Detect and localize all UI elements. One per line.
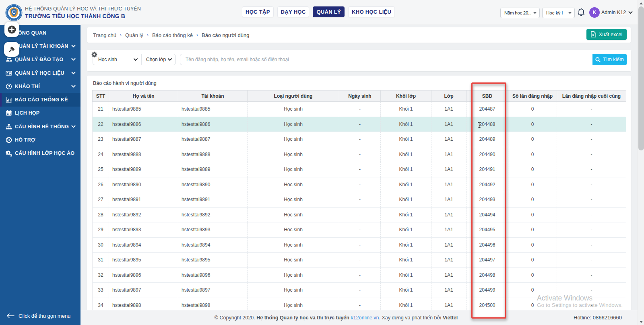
table-row-29[interactable]: 29hstesttai9893hstesttai9893Học sinh-Khố… (93, 222, 626, 238)
cell-0-3: Học sinh (248, 102, 339, 117)
search-icon (595, 57, 601, 62)
breadcrumb-item-1[interactable]: Quản lý (125, 32, 143, 38)
scrollbar-thumb[interactable] (638, 6, 644, 150)
cell-11-5: Khối 1 (381, 267, 431, 283)
cell-0-4: - (339, 102, 381, 117)
cell-0-7: 204487 (466, 102, 508, 117)
brand: HỆ THỐNG QUẢN LÝ HỌC VÀ THI TRỰC TUYẾN T… (5, 4, 141, 21)
sidebar-item-label: LỊCH HỌP (15, 110, 39, 116)
table-row-33[interactable]: 33hstesttai9897hstesttai9897Học sinh-Khố… (93, 283, 626, 298)
nav-tab-3[interactable]: KHO HỌC LIỆU (348, 6, 395, 17)
semester-select[interactable]: Học kỳ I (542, 8, 575, 18)
chevron-down-icon (71, 45, 76, 48)
calendar-icon (5, 110, 12, 117)
floating-add-button[interactable] (4, 22, 19, 37)
table-row-24[interactable]: 24hstesttai9888hstesttai9888Học sinh-Khố… (93, 147, 626, 162)
search-input[interactable] (180, 54, 592, 65)
cell-5-4: - (339, 177, 381, 192)
scrollbar-down-arrow[interactable] (638, 319, 644, 325)
cell-6-5: Khối 1 (381, 192, 431, 208)
cell-10-5: Khối 1 (381, 253, 431, 268)
cell-7-3: Học sinh (248, 207, 339, 222)
cell-12-4: - (339, 283, 381, 298)
scrollbar-up-arrow[interactable] (638, 0, 644, 6)
column-header-1: Họ và tên (109, 91, 178, 102)
table-row-31[interactable]: 31hstesttai9895hstesttai9895Học sinh-Khố… (93, 253, 626, 268)
cell-1-4: - (339, 117, 381, 132)
cell-5-3: Học sinh (248, 177, 339, 192)
breadcrumb-current: Báo cáo người dùng (202, 32, 249, 38)
search-button[interactable]: Tìm kiếm (592, 54, 627, 65)
cell-5-7: 204492 (466, 177, 508, 192)
cell-7-2: hstesttai9892 (178, 207, 248, 222)
breadcrumb-item-2[interactable]: Báo cáo thống kê (152, 32, 193, 38)
cell-4-2: hstesttai9889 (178, 162, 248, 177)
breadcrumb-item-0[interactable]: Trang chủ (93, 32, 116, 38)
sidebar-item-9[interactable]: CẤU HÌNH LỚP HỌC ẢO (0, 147, 80, 160)
table-row-26[interactable]: 26hstesttai9890hstesttai9890Học sinh-Khố… (93, 177, 626, 192)
k12online-link[interactable]: k12online.vn. (351, 315, 380, 321)
filter-card: Học sinh Chọn lớp Tìm kiếm (87, 50, 631, 71)
cell-4-1: hstesttai9889 (109, 162, 178, 177)
cell-12-7: 204499 (466, 283, 508, 298)
sidebar-item-label: HỖ TRỢ (15, 137, 35, 143)
floating-brush-button[interactable] (4, 42, 19, 57)
cell-11-9: - (557, 267, 626, 283)
notification-bell-icon[interactable] (577, 8, 585, 17)
nav-tab-2[interactable]: QUẢN LÝ (313, 6, 345, 17)
column-header-5: Khối lớp (381, 91, 431, 102)
cell-3-0: 24 (93, 147, 109, 162)
arrow-left-icon (6, 313, 14, 318)
report-title: Báo cáo hành vi người dùng (93, 80, 157, 86)
user-type-select[interactable]: Học sinh (93, 54, 142, 65)
school-year-select[interactable]: Năm học 20... (500, 8, 540, 18)
nav-tab-0[interactable]: HỌC TẬP (242, 6, 274, 17)
table-row-25[interactable]: 25hstesttai9889hstesttai9889Học sinh-Khố… (93, 162, 626, 177)
copyright-prefix: © Copyright 2020. (215, 315, 256, 321)
gear-icon[interactable] (91, 51, 97, 58)
copyright-middle: Xây dựng và phát triển bởi (380, 315, 443, 321)
cell-6-8: 0 (508, 192, 557, 208)
user-avatar[interactable]: K (589, 7, 600, 18)
user-name[interactable]: Admin K12 (601, 10, 626, 15)
cell-3-9: - (557, 147, 626, 162)
cell-8-8: 0 (508, 222, 557, 238)
column-header-3: Loại người dùng (248, 91, 339, 102)
class-select[interactable]: Chọn lớp (142, 54, 175, 65)
sidebar-item-8[interactable]: HỖ TRỢ (0, 133, 80, 146)
cell-7-0: 28 (93, 207, 109, 222)
footer: © Copyright 2020. Hệ thống Quản lý học v… (80, 310, 638, 325)
sidebar-item-7[interactable]: CẤU HÌNH HỆ THỐNG (0, 120, 80, 133)
collapse-menu-button[interactable]: Click để thu gọn menu (0, 310, 80, 322)
cell-12-1: hstesttai9897 (109, 283, 178, 298)
chevron-down-icon (71, 125, 76, 128)
chevron-down-icon (71, 58, 76, 61)
export-excel-button[interactable]: Xuất excel (586, 29, 627, 40)
vertical-scrollbar[interactable] (638, 0, 644, 325)
column-header-6: Lớp (431, 91, 466, 102)
report-card: Báo cáo hành vi người dùng STTHọ và tênT… (87, 76, 631, 322)
table-row-23[interactable]: 23hstesttai9887hstesttai9887Học sinh-Khố… (93, 132, 626, 147)
table-row-27[interactable]: 27hstesttai9891hstesttai9891Học sinh-Khố… (93, 192, 626, 208)
column-header-8: Số lần đăng nhập (508, 91, 557, 102)
table-row-30[interactable]: 30hstesttai9894hstesttai9894Học sinh-Khố… (93, 237, 626, 253)
annotation-footer-patch (473, 309, 505, 318)
table-row-28[interactable]: 28hstesttai9892hstesttai9892Học sinh-Khố… (93, 207, 626, 222)
user-menu-caret-icon[interactable] (628, 11, 633, 14)
sidebar-item-6[interactable]: LỊCH HỌP (0, 107, 80, 120)
table-row-22[interactable]: 22hstesttai9886hstesttai9886Học sinh-Khố… (93, 117, 626, 132)
table-row-32[interactable]: 32hstesttai9896hstesttai9896Học sinh-Khố… (93, 267, 626, 283)
cell-1-2: hstesttai9886 (178, 117, 248, 132)
sidebar-item-4[interactable]: KHẢO THÍ (0, 80, 80, 93)
cell-7-6: 1A1 (431, 207, 466, 222)
cell-2-7: 204489 (466, 132, 508, 147)
copyright-viettel: Viettel (443, 315, 458, 321)
breadcrumb-separator-icon: › (147, 32, 149, 38)
cell-2-2: hstesttai9887 (178, 132, 248, 147)
users-icon (5, 56, 12, 63)
nav-tab-1[interactable]: DẠY HỌC (277, 6, 310, 17)
cell-8-1: hstesttai9893 (109, 222, 178, 238)
table-row-21[interactable]: 21hstesttai9885hstesttai9885Học sinh-Khố… (93, 102, 626, 117)
sidebar-item-3[interactable]: QUẢN LÝ HỌC LIỆU (0, 66, 80, 80)
sidebar-item-5[interactable]: BÁO CÁO THỐNG KÊ (0, 93, 80, 106)
